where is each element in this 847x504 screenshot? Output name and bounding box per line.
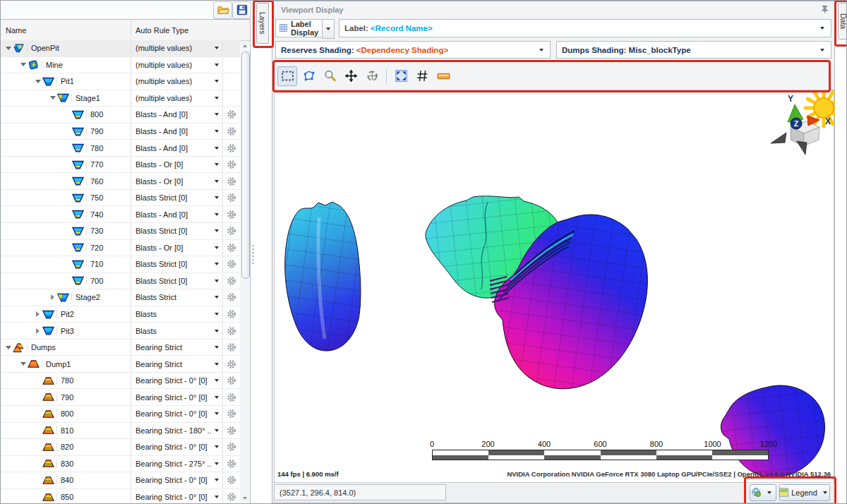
auto-rule-type-dropdown[interactable]: Blasts Strict [0] (131, 223, 223, 239)
auto-rule-type-dropdown[interactable]: Blasts - Or [0] (131, 240, 223, 256)
tree-name-cell[interactable]: Dump1 (1, 356, 131, 372)
tree-name-cell[interactable]: Stage1 (1, 90, 131, 107)
tree-name-cell[interactable]: 770 (1, 157, 131, 173)
tree-row-840[interactable]: 840Bearing Strict - 0° [0] (1, 472, 240, 489)
auto-rule-type-dropdown[interactable]: Bearing Strict (131, 356, 223, 372)
gear-icon[interactable] (223, 273, 240, 289)
reserves-shading-combo[interactable]: Reserves Shading: <Dependency Shading> (275, 41, 551, 59)
scroll-down-icon[interactable] (240, 493, 249, 503)
expander-open-icon[interactable] (4, 47, 13, 50)
dropdown-arrow-icon[interactable] (215, 363, 219, 366)
tree-row-760[interactable]: 760Blasts - Or [0] (1, 173, 240, 190)
tree-name-cell[interactable]: 800 (1, 107, 131, 123)
gear-icon[interactable] (223, 340, 240, 356)
gear-icon[interactable] (223, 256, 240, 272)
tree-name-cell[interactable]: 800 (1, 406, 131, 422)
tree-row-800[interactable]: 800Blasts - And [0] (1, 107, 240, 124)
open-file-button[interactable] (213, 1, 232, 19)
tree-row-800[interactable]: 800Bearing Strict - 0° [0] (1, 406, 240, 423)
dropdown-arrow-icon[interactable] (215, 229, 219, 232)
tree-row-720[interactable]: 720Blasts - Or [0] (1, 240, 240, 257)
auto-rule-type-dropdown[interactable]: Bearing Strict - 0° [0] (131, 489, 223, 503)
dropdown-arrow-icon[interactable] (215, 296, 219, 299)
dumps-shading-combo[interactable]: Dumps Shading: Misc_blockType (556, 41, 831, 59)
tree-row-700[interactable]: 700Blasts Strict [0] (1, 273, 240, 290)
gear-icon[interactable] (223, 406, 240, 422)
gear-icon[interactable] (223, 323, 240, 339)
expander-closed-icon[interactable] (33, 328, 42, 334)
dropdown-arrow-icon[interactable] (215, 80, 219, 83)
tree-row-730[interactable]: 730Blasts Strict [0] (1, 223, 240, 240)
auto-rule-type-dropdown[interactable]: Blasts (131, 323, 223, 339)
gear-icon[interactable] (223, 289, 240, 306)
view-orientation-button[interactable] (750, 484, 776, 501)
gear-icon[interactable] (223, 240, 240, 256)
tree-row-pit1[interactable]: Pit1(multiple values) (1, 73, 240, 90)
tree-scrollbar[interactable] (240, 41, 249, 503)
orbit-button[interactable] (362, 66, 382, 86)
viewport-3d-canvas[interactable]: Z Y X 020040060080010001200 144 fps | 6.… (274, 90, 834, 483)
marquee-select-button[interactable] (277, 66, 297, 86)
tree-name-cell[interactable]: 780 (1, 140, 131, 156)
auto-rule-type-dropdown[interactable]: Blasts - And [0] (131, 140, 223, 156)
dropdown-arrow-icon[interactable] (215, 313, 219, 316)
tree-row-740[interactable]: 740Blasts - And [0] (1, 206, 240, 223)
auto-rule-type-dropdown[interactable]: Bearing Strict - 275° ... (131, 456, 223, 472)
dropdown-arrow-icon[interactable] (215, 97, 219, 100)
tree-name-cell[interactable]: 790 (1, 389, 131, 405)
gear-icon[interactable] (223, 140, 240, 156)
tree-row-stage2[interactable]: Stage2Blasts Strict (1, 289, 240, 306)
tree-row-850[interactable]: 850Bearing Strict - 0° [0] (1, 489, 240, 503)
tree-name-cell[interactable]: Stage2 (1, 289, 131, 306)
tree-name-cell[interactable]: 840 (1, 472, 131, 488)
gear-icon[interactable] (223, 389, 240, 405)
expander-open-icon[interactable] (18, 362, 28, 366)
dropdown-arrow-icon[interactable] (215, 196, 219, 199)
tree-name-cell[interactable]: Pit3 (1, 323, 131, 339)
tree-row-750[interactable]: 750Blasts Strict [0] (1, 190, 240, 207)
tree-row-780[interactable]: 780Blasts - And [0] (1, 140, 240, 157)
tree-name-cell[interactable]: 700 (1, 273, 131, 289)
expander-closed-icon[interactable] (33, 311, 42, 317)
auto-rule-type-dropdown[interactable]: Blasts (131, 306, 223, 323)
label-display-button[interactable]: Label Display (275, 19, 323, 37)
tree-row-pit3[interactable]: Pit3Blasts (1, 323, 240, 340)
auto-rule-type-dropdown[interactable]: Bearing Strict - 180° ... (131, 423, 223, 439)
expander-closed-icon[interactable] (48, 294, 57, 300)
dropdown-arrow-icon[interactable] (215, 163, 219, 166)
dropdown-arrow-icon[interactable] (215, 47, 219, 49)
tree-header[interactable]: Name Auto Rule Type (1, 20, 250, 41)
tree-row-dump1[interactable]: Dump1Bearing Strict (1, 356, 240, 373)
dropdown-arrow-icon[interactable] (215, 379, 219, 382)
gear-icon[interactable] (223, 124, 240, 140)
polygon-select-button[interactable] (299, 66, 318, 86)
tree-name-cell[interactable]: 810 (1, 423, 131, 439)
scale-bar-button[interactable] (433, 66, 453, 86)
dropdown-arrow-icon[interactable] (215, 263, 219, 265)
gear-icon[interactable] (223, 306, 240, 323)
gear-icon[interactable] (223, 423, 240, 439)
tree-name-cell[interactable]: Pit2 (1, 306, 131, 323)
zoom-button[interactable] (320, 66, 340, 86)
tree-name-cell[interactable]: 710 (1, 256, 131, 272)
tree-row-780[interactable]: 780Bearing Strict - 0° [0] (1, 373, 240, 390)
auto-rule-type-dropdown[interactable]: Blasts Strict [0] (131, 273, 223, 289)
scrollbar-thumb[interactable] (241, 52, 250, 279)
tree-row-790[interactable]: 790Blasts - And [0] (1, 124, 240, 140)
auto-rule-type-dropdown[interactable]: Bearing Strict - 0° [0] (131, 472, 223, 488)
tree-name-cell[interactable]: 750 (1, 190, 131, 206)
tree-row-stage1[interactable]: Stage1(multiple values) (1, 90, 240, 107)
tree-name-cell[interactable]: 820 (1, 439, 131, 455)
auto-rule-type-dropdown[interactable]: Blasts - And [0] (131, 107, 223, 123)
dropdown-arrow-icon[interactable] (215, 462, 219, 465)
tree-name-cell[interactable]: 720 (1, 240, 131, 256)
gear-icon[interactable] (223, 190, 240, 206)
gear-icon[interactable] (223, 456, 240, 472)
scroll-up-icon[interactable] (240, 41, 249, 50)
tree-row-830[interactable]: 830Bearing Strict - 275° ... (1, 456, 240, 473)
dropdown-arrow-icon[interactable] (215, 496, 219, 498)
dropdown-arrow-icon[interactable] (215, 330, 219, 332)
dropdown-arrow-icon[interactable] (215, 113, 219, 116)
tree-name-cell[interactable]: 850 (1, 489, 131, 503)
column-header-name[interactable]: Name (1, 20, 131, 40)
